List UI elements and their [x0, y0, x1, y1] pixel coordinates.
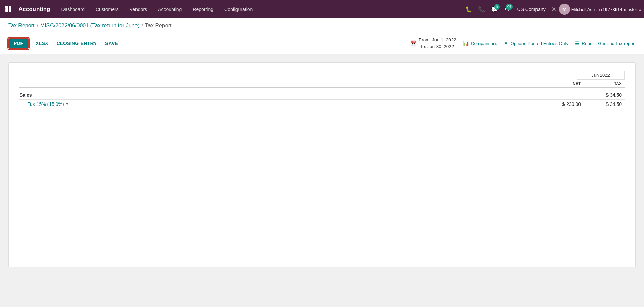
options-label: Options:Posted Entries Only [511, 41, 569, 46]
col-header-net: NET [543, 81, 584, 86]
chart-icon: 📊 [463, 41, 469, 46]
toolbar-right: 📅 From: Jun 1, 2022 to: Jun 30, 2022 📊 C… [410, 37, 636, 51]
svg-rect-1 [9, 6, 11, 9]
sales-tax: $ 34.50 [584, 92, 625, 98]
report-period-label: Jun 2022 [577, 71, 625, 80]
activity-icon[interactable]: ⏱ 44 [502, 3, 513, 15]
topnav-menu: Dashboard Customers Vendors Accounting R… [56, 0, 463, 18]
report-icon: ☰ [575, 41, 579, 46]
nav-dashboard[interactable]: Dashboard [56, 0, 90, 18]
svg-rect-3 [9, 9, 11, 12]
date-to: to: Jun 30, 2022 [419, 43, 456, 50]
sales-label: Sales [19, 92, 543, 98]
closing-entry-button[interactable]: CLOSING ENTRY [55, 39, 98, 48]
topnav-right: 🐛 📞 💬 5 ⏱ 44 US Company ✕ M Mitchell Adm… [463, 3, 641, 15]
company-selector[interactable]: US Company [515, 6, 548, 12]
pdf-button[interactable]: PDF [8, 38, 29, 49]
tax-row-label[interactable]: Tax 15% (15.0%) ▼ [19, 101, 543, 107]
comparison-label: Comparison: [471, 41, 497, 46]
save-button[interactable]: SAVE [104, 39, 119, 48]
nav-vendors[interactable]: Vendors [124, 0, 153, 18]
breadcrumb-current: Tax Report [145, 23, 171, 29]
chat-icon[interactable]: 💬 5 [489, 3, 500, 15]
tax-row-tax: $ 34.50 [584, 101, 625, 107]
report-header-row: Jun 2022 [19, 71, 625, 80]
nav-reporting[interactable]: Reporting [187, 0, 219, 18]
breadcrumb: Tax Report / MISC/2022/06/0001 (Tax retu… [0, 18, 644, 33]
tax-row: Tax 15% (15.0%) ▼ $ 230.00 $ 34.50 [19, 99, 625, 109]
breadcrumb-link-1[interactable]: Tax Report [8, 23, 34, 29]
activity-badge: 44 [506, 4, 512, 10]
col-header-tax: TAX [584, 81, 625, 86]
comparison-filter[interactable]: 📊 Comparison: [463, 41, 497, 46]
report-card: Jun 2022 NET TAX Sales $ 34.50 Tax 15% (… [8, 62, 636, 267]
sales-row: Sales $ 34.50 [19, 90, 625, 99]
chat-badge: 5 [494, 4, 500, 10]
company-name: US Company [517, 6, 546, 12]
svg-rect-0 [5, 6, 8, 9]
bug-icon[interactable]: 🐛 [463, 3, 474, 15]
brand-label[interactable]: Accounting [16, 6, 53, 13]
wrench-icon[interactable]: ✕ [550, 5, 558, 13]
report-filter[interactable]: ☰ Report: Generic Tax report [575, 41, 636, 46]
nav-configuration[interactable]: Configuration [219, 0, 258, 18]
report-col-headers: NET TAX [19, 80, 625, 88]
main-content: Jun 2022 NET TAX Sales $ 34.50 Tax 15% (… [0, 54, 644, 287]
tax-row-text: Tax 15% (15.0%) [28, 101, 64, 107]
date-from: From: Jun 1, 2022 [419, 37, 456, 43]
report-label: Report: Generic Tax report [582, 41, 636, 46]
topnav: Accounting Dashboard Customers Vendors A… [0, 0, 644, 18]
username: Mitchell Admin (19773614-master-a [571, 7, 641, 12]
breadcrumb-sep-2: / [142, 23, 143, 29]
dropdown-arrow-icon: ▼ [66, 102, 69, 106]
avatar[interactable]: M [559, 4, 570, 15]
nav-customers[interactable]: Customers [90, 0, 124, 18]
phone-icon[interactable]: 📞 [476, 3, 487, 15]
svg-rect-2 [5, 9, 8, 12]
date-range[interactable]: 📅 From: Jun 1, 2022 to: Jun 30, 2022 [410, 37, 456, 51]
nav-accounting[interactable]: Accounting [153, 0, 187, 18]
breadcrumb-sep-1: / [37, 23, 38, 29]
calendar-icon: 📅 [410, 40, 417, 46]
breadcrumb-link-2[interactable]: MISC/2022/06/0001 (Tax return for June) [40, 23, 140, 29]
date-range-text: From: Jun 1, 2022 to: Jun 30, 2022 [419, 37, 456, 51]
grid-icon[interactable] [3, 3, 14, 15]
filter-icon: ▼ [504, 41, 508, 46]
tax-row-net: $ 230.00 [543, 101, 584, 107]
toolbar: PDF XLSX CLOSING ENTRY SAVE 📅 From: Jun … [0, 33, 644, 54]
options-filter[interactable]: ▼ Options:Posted Entries Only [504, 41, 568, 46]
xlsx-button[interactable]: XLSX [34, 39, 50, 48]
